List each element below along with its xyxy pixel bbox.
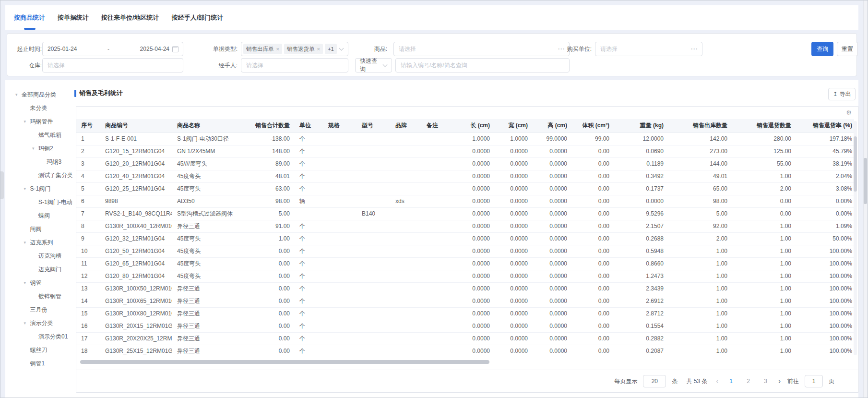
horizontal-scrollbar-thumb[interactable] [80, 360, 489, 364]
tab-item[interactable]: 按单据统计 [58, 5, 89, 30]
tree-item[interactable]: 闸阀 [5, 222, 75, 236]
table-row[interactable]: 7RVS2-1_B140_98CQ11R40S型沟槽式过滤器阀体5.00B140… [76, 207, 854, 220]
tab-item[interactable]: 按经手人/部门统计 [172, 5, 224, 30]
keyword-search-input[interactable] [396, 62, 569, 69]
goto-page-input[interactable]: 1 [805, 375, 823, 387]
tree-item[interactable]: 钢管1 [5, 357, 75, 370]
table-row[interactable]: 1S-1-F-E-001S-1阀门-电动30口径-138.00个1.00001.… [76, 133, 854, 145]
page-number[interactable]: 2 [744, 378, 753, 385]
tree-item[interactable]: 镀锌钢管 [5, 289, 75, 303]
tree-item[interactable]: 三月份 [5, 303, 75, 316]
close-icon[interactable]: × [276, 44, 279, 54]
gear-icon[interactable]: ⚙ [846, 109, 852, 116]
caret-down-icon[interactable]: ▾ [24, 280, 30, 285]
table-row[interactable]: 8G130R_100X40_12RM01G04异径三通91.00个0.00000… [76, 220, 854, 232]
export-button[interactable]: ↥ 导出 [828, 88, 856, 100]
column-header[interactable]: 销售出库数量 [668, 119, 732, 133]
table-row[interactable]: 69898AD35098.00辆xds0.00000.00000.00000.0… [76, 195, 854, 207]
table-row[interactable]: 17G130R_20X20X25_12RM01G...异径三通0.00个0.00… [76, 332, 854, 345]
product-input[interactable] [394, 46, 554, 52]
column-header[interactable]: 商品编号 [100, 119, 172, 133]
column-header[interactable]: 单位 [295, 119, 323, 133]
column-header[interactable]: 备注 [422, 119, 455, 133]
tree-item[interactable]: ▾迈克系列 [5, 236, 75, 249]
tab-item[interactable]: 按商品统计 [14, 5, 45, 30]
tree-item[interactable]: ▾玛钢管件 [5, 115, 75, 128]
close-icon[interactable]: × [317, 44, 320, 54]
quick-search-select[interactable]: 快速查询 [355, 58, 392, 72]
column-header[interactable]: 型号 [357, 119, 391, 133]
table-row[interactable]: 3G120_20_12RM01G0445////度弯头89.00个0.00000… [76, 157, 854, 170]
tree-item[interactable]: 未分类 [5, 101, 75, 115]
cell: 98.00 [668, 195, 732, 207]
ellipsis-icon[interactable]: ··· [687, 46, 702, 52]
prev-page-icon[interactable]: ‹ [716, 377, 718, 386]
cell: 0.0000 [455, 145, 495, 157]
column-header[interactable]: 销售合计数量 [244, 119, 295, 133]
caret-down-icon[interactable]: ▾ [32, 146, 38, 151]
column-header[interactable]: 高 (cm) [533, 119, 572, 133]
cell: 1 [76, 133, 100, 145]
handler-input[interactable] [241, 62, 348, 69]
page-number[interactable]: 1 [726, 378, 736, 385]
caret-down-icon[interactable]: ▾ [24, 119, 30, 124]
column-header[interactable]: 销售退货率 (%) [796, 119, 854, 133]
table-row[interactable]: 5G120_25_12RM01G0445度弯头63.00个0.00000.000… [76, 182, 854, 195]
warehouse-input[interactable] [43, 62, 183, 69]
tree-item[interactable]: 迈克沟槽 [5, 249, 75, 263]
table-row[interactable]: 11G120_65_12RM01G0445度弯头0.00个0.00000.000… [76, 257, 854, 270]
doc-type-select[interactable]: 销售出库单×销售退货单×+1 [241, 42, 348, 56]
tree-item[interactable]: ▾S-1阀门 [5, 182, 75, 195]
table-row[interactable]: 16G130R_20X15_12RM01G04异径三通0.00个0.00000.… [76, 320, 854, 332]
next-page-icon[interactable]: › [778, 377, 781, 386]
page-size-input[interactable]: 20 [643, 375, 666, 387]
date-range-input[interactable]: 2025-01-24 - 2025-04-24 [42, 42, 183, 56]
tree-item[interactable]: 螺丝刀 [5, 343, 75, 357]
tree-item[interactable]: 迈克阀门 [5, 263, 75, 276]
reset-button[interactable]: 重置 [837, 42, 858, 56]
cell: 45度弯头 [172, 182, 244, 195]
tree-item[interactable]: 演示分类01 [5, 330, 75, 343]
column-header[interactable]: 品牌 [391, 119, 422, 133]
column-header[interactable]: 重量 (kg) [614, 119, 668, 133]
table-row[interactable]: 2G120_15_12RM01G04GN 1/2X45MM148.00个0.00… [76, 145, 854, 157]
search-button[interactable]: 查询 [811, 42, 833, 56]
column-header[interactable]: 序号 [76, 119, 100, 133]
table-row[interactable]: 14G130R_100X65_12RM01G04异径三通0.00个0.00000… [76, 295, 854, 307]
column-header[interactable]: 长 (cm) [455, 119, 495, 133]
tree-item[interactable]: S-1阀门-电动 [5, 195, 75, 209]
caret-down-icon[interactable]: ▾ [24, 321, 30, 326]
table-row[interactable]: 18G130R_25X15_12RM01G04异径三通0.00个0.00000.… [76, 345, 854, 357]
cell: 12.0000 [614, 133, 668, 145]
column-header[interactable]: 规格 [323, 119, 357, 133]
column-header[interactable]: 商品名称 [172, 119, 244, 133]
tree-item[interactable]: ▾钢管 [5, 276, 75, 289]
tab-item[interactable]: 按往来单位/地区统计 [101, 5, 159, 30]
table-row[interactable]: 12G120_80_12RM01G0445度弯头0.00个0.00000.000… [76, 270, 854, 282]
tree-item[interactable]: ▾演示分类 [5, 316, 75, 330]
caret-down-icon[interactable]: ▾ [24, 186, 30, 191]
column-header[interactable]: 体积 (cm³) [572, 119, 614, 133]
left-drawer-handle[interactable] [0, 171, 4, 199]
vertical-scrollbar-thumb[interactable] [854, 136, 857, 192]
tree-item[interactable]: 测试子集分类 [5, 169, 75, 182]
tree-item[interactable]: ▾全部商品分类 [5, 88, 75, 101]
table-row[interactable]: 10G120_50_12RM01G0445度弯头0.00个0.00000.000… [76, 245, 854, 257]
column-header[interactable]: 宽 (cm) [495, 119, 533, 133]
table-row[interactable]: 15G130R_100X80_12RM01G04异径三通0.00个0.00000… [76, 307, 854, 320]
tree-item[interactable]: 蝶阀 [5, 209, 75, 222]
tree-item[interactable]: 玛钢3 [5, 155, 75, 169]
table-row[interactable]: 4G120_40_12RM01G0445度弯头48.01个0.00000.000… [76, 170, 854, 182]
caret-down-icon[interactable]: ▾ [24, 240, 30, 245]
tree-item[interactable]: 燃气纸箱 [5, 128, 75, 142]
window-scrollbar-thumb[interactable] [864, 158, 867, 204]
page-number[interactable]: 3 [761, 378, 771, 385]
buyer-input[interactable] [595, 46, 687, 52]
table-row[interactable]: 13G130R_100X50_12RM01G04异径三通0.00个0.00000… [76, 282, 854, 295]
tree-item[interactable]: ▾玛钢2 [5, 142, 75, 155]
cell: 0.5948 [614, 245, 668, 257]
column-header[interactable]: 销售退货数量 [732, 119, 796, 133]
table-row[interactable]: 9G120_32_12RM01G0445度弯头1.00个0.00000.0000… [76, 232, 854, 245]
caret-down-icon[interactable]: ▾ [15, 92, 22, 97]
cell [323, 182, 357, 195]
